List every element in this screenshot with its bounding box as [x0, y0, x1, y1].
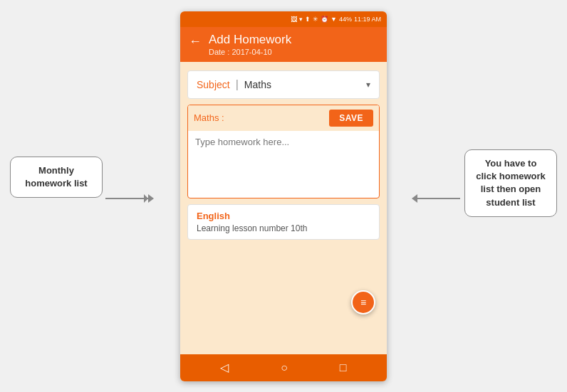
bottom-nav: ◁ ○ □	[180, 354, 387, 381]
homework-textarea[interactable]	[188, 131, 379, 195]
status-alarm-icon: ⏰	[321, 16, 328, 23]
status-battery-text: 44%	[339, 16, 352, 23]
homework-input-header: Maths : SAVE	[188, 105, 379, 131]
homework-item-text: Learning lesson number 10th	[197, 223, 370, 233]
subject-value: Maths	[244, 79, 360, 90]
nav-recent-icon[interactable]: □	[340, 361, 347, 374]
status-bar: 🖼 ▾ ⬆ ✳ ⏰ ▼ 44% 11:19 AM	[180, 11, 387, 27]
subject-selector[interactable]: Subject | Maths ▾	[187, 70, 380, 99]
subject-divider: |	[236, 78, 239, 91]
header-date: Date : 2017-04-10	[209, 48, 291, 56]
arrow-left	[105, 198, 148, 199]
status-wifi-icon: ▾	[299, 16, 303, 23]
callout-right-text: You have to click homework list then ope…	[476, 158, 546, 208]
homework-list-item[interactable]: English Learning lesson number 10th	[187, 204, 380, 240]
back-button[interactable]: ←	[189, 34, 202, 49]
page-title: Add Homework	[209, 33, 291, 47]
status-bluetooth-icon: ✳	[313, 16, 318, 23]
status-upload-icon: ⬆	[305, 16, 311, 23]
nav-back-icon[interactable]: ◁	[220, 361, 229, 374]
nav-home-icon[interactable]: ○	[281, 361, 288, 374]
callout-left-text: Monthly homework list	[25, 165, 87, 189]
fab-button[interactable]: ≡	[351, 290, 375, 314]
dropdown-arrow-icon[interactable]: ▾	[366, 80, 370, 90]
homework-subject-label: Maths :	[194, 112, 224, 123]
callout-left: Monthly homework list	[10, 157, 103, 198]
fab-icon: ≡	[360, 297, 366, 308]
status-icons: 🖼 ▾ ⬆ ✳ ⏰ ▼ 44% 11:19 AM	[291, 16, 381, 23]
homework-item-subject: English	[197, 211, 370, 221]
status-signal-icon: ▼	[331, 16, 337, 23]
arrow-right	[417, 198, 460, 199]
header-text: Add Homework Date : 2017-04-10	[209, 33, 291, 56]
subject-label: Subject	[197, 79, 230, 90]
callout-right: You have to click homework list then ope…	[464, 149, 557, 217]
app-header: ← Add Homework Date : 2017-04-10	[180, 27, 387, 62]
content-area: Subject | Maths ▾ Maths : SAVE English L…	[180, 62, 387, 324]
status-image-icon: 🖼	[291, 16, 297, 23]
homework-input-section: Maths : SAVE	[187, 105, 380, 198]
save-button[interactable]: SAVE	[329, 110, 373, 127]
phone-frame: 🖼 ▾ ⬆ ✳ ⏰ ▼ 44% 11:19 AM ← Add Homework …	[180, 11, 387, 381]
status-time: 11:19 AM	[354, 16, 381, 23]
